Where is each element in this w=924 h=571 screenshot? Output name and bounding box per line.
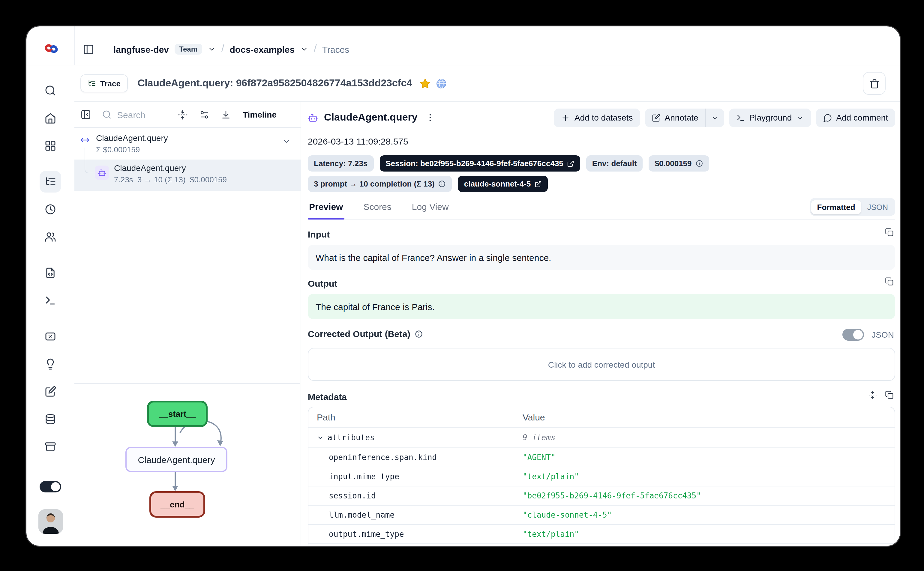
trace-header-bar: Trace ClaudeAgent.query: 96f872a95825048…: [74, 65, 900, 102]
metadata-col-value: Value: [522, 412, 895, 422]
sidebar-item-sessions[interactable]: [40, 199, 61, 220]
metadata-row: output.mime_type "text/plain": [308, 525, 895, 544]
copy-icon: [885, 390, 894, 400]
metadata-key: attributes: [328, 433, 375, 442]
metadata-table-header: Path Value: [308, 407, 895, 427]
sidebar-item-evaluators[interactable]: [40, 326, 61, 347]
sidebar-item-prompts[interactable]: [40, 262, 61, 284]
app-window: langfuse-dev Team / docs-examples / Trac…: [26, 26, 900, 546]
metadata-value: "AGENT": [522, 453, 895, 462]
detail-title-row: ClaudeAgent.query Add to datasets Annota…: [308, 108, 895, 127]
chevron-down-icon[interactable]: [208, 45, 216, 53]
collapse-panel-icon[interactable]: [80, 109, 91, 120]
breadcrumb-org[interactable]: langfuse-dev: [113, 44, 169, 54]
download-icon[interactable]: [221, 110, 231, 120]
tab-preview[interactable]: Preview: [308, 202, 344, 219]
corrected-output-controls: JSON: [842, 329, 894, 341]
sidebar-item-home[interactable]: [40, 107, 61, 129]
add-to-datasets-label: Add to datasets: [575, 113, 633, 122]
metadata-section-label: Metadata: [308, 392, 347, 402]
settings-sliders-icon[interactable]: [199, 110, 210, 120]
trace-type-badge: Trace: [80, 74, 128, 93]
left-sidebar: [26, 65, 74, 546]
chevron-down-icon: [317, 434, 324, 441]
tab-log-view[interactable]: Log View: [411, 202, 450, 219]
corrected-output-placeholder[interactable]: Click to add corrected output: [308, 348, 895, 381]
add-comment-button[interactable]: Add comment: [816, 108, 895, 127]
toggle-knob: [853, 330, 862, 340]
delete-trace-button[interactable]: [863, 72, 885, 95]
tab-scores[interactable]: Scores: [362, 202, 392, 219]
badges-row-1: Latency: 7.23s Session: be02f955-b269-41…: [308, 155, 709, 171]
format-formatted-option[interactable]: Formatted: [811, 200, 861, 214]
graph-node-end[interactable]: __end__: [149, 491, 205, 518]
breadcrumb: langfuse-dev Team / docs-examples / Trac…: [83, 43, 349, 55]
terminal-icon: [736, 113, 745, 122]
annotate-dropdown-button[interactable]: [706, 108, 724, 127]
info-icon: [438, 180, 446, 188]
timeline-toggle-label[interactable]: Timeline: [243, 110, 277, 119]
sidebar-item-playground[interactable]: [40, 290, 61, 311]
corrected-json-toggle[interactable]: [842, 329, 864, 341]
model-badge[interactable]: claude-sonnet-4-5: [458, 176, 548, 192]
format-json-option[interactable]: JSON: [861, 200, 894, 214]
plus-icon: [561, 113, 570, 122]
sidebar-item-models[interactable]: [40, 436, 61, 458]
database-icon: [45, 413, 56, 425]
breadcrumb-project[interactable]: docs-examples: [230, 44, 295, 54]
metadata-row-group[interactable]: attributes 9 items: [308, 427, 895, 448]
fold-vertical-icon[interactable]: [178, 110, 188, 120]
file-code-icon: [45, 267, 56, 279]
layout-grid-icon: [45, 140, 56, 152]
sidebar-item-datasets[interactable]: [40, 409, 61, 430]
tree-child-row[interactable]: ClaudeAgent.query: [114, 163, 186, 173]
copy-icon: [885, 277, 894, 286]
user-avatar[interactable]: [38, 509, 63, 534]
chevron-down-icon: [711, 114, 719, 122]
more-menu-button[interactable]: [423, 111, 437, 124]
metadata-key: output.mime_type: [308, 529, 522, 539]
metadata-row: input.mime_type "text/plain": [308, 467, 895, 486]
sidebar-item-dashboards[interactable]: [40, 135, 61, 157]
sidebar-item-search[interactable]: [40, 80, 61, 101]
annotate-label: Annotate: [664, 113, 698, 122]
trace-span-icon: [80, 136, 90, 145]
breadcrumb-section[interactable]: Traces: [322, 44, 349, 54]
graph-node-start[interactable]: __start__: [147, 401, 208, 427]
fold-vertical-icon: [868, 390, 877, 400]
graph-node-agent[interactable]: ClaudeAgent.query: [125, 447, 227, 472]
sidebar-item-annotation[interactable]: [40, 381, 61, 403]
sidebar-item-tracing[interactable]: [40, 171, 61, 193]
search-icon: [45, 85, 56, 97]
copy-input-button[interactable]: [885, 228, 894, 237]
trace-timestamp: 2026-03-13 11:09:28.575: [308, 136, 408, 147]
sidebar-item-insights[interactable]: [40, 353, 61, 375]
trace-tree-panel: Search Timeline ClaudeAgent.query Σ $0.0…: [74, 102, 301, 546]
chevron-down-icon[interactable]: [300, 45, 308, 53]
sidebar-toggle-icon[interactable]: [83, 43, 94, 55]
playground-button[interactable]: Playground: [729, 108, 811, 127]
metadata-copy-button[interactable]: [885, 390, 894, 400]
metadata-collapse-button[interactable]: [868, 390, 877, 400]
metadata-value: "be02f955-b269-4146-9fef-5fae676cc435": [522, 491, 895, 500]
info-icon: [415, 330, 423, 338]
chevron-down-icon[interactable]: [282, 137, 291, 146]
public-globe-icon[interactable]: [436, 78, 447, 89]
copy-output-button[interactable]: [885, 277, 894, 286]
tree-search[interactable]: Search: [102, 110, 145, 120]
sidebar-item-users[interactable]: [40, 226, 61, 248]
rail-divider: [74, 26, 75, 65]
bookmark-star-icon[interactable]: [419, 78, 431, 89]
metadata-value: "text/plain": [522, 529, 895, 539]
metadata-group-count: 9 items: [522, 433, 895, 442]
session-badge[interactable]: Session: be02f955-b269-4146-9fef-5fae676…: [380, 155, 580, 171]
annotate-button[interactable]: Annotate: [645, 108, 705, 127]
terminal-icon: [45, 295, 56, 307]
theme-toggle[interactable]: [40, 481, 61, 492]
trash-icon: [869, 78, 879, 88]
tree-root-row[interactable]: ClaudeAgent.query: [96, 133, 168, 143]
add-to-datasets-button[interactable]: Add to datasets: [554, 108, 640, 127]
metadata-key: session.id: [308, 491, 522, 500]
detail-tabs: Preview Scores Log View Formatted JSON: [308, 195, 895, 219]
format-toggle: Formatted JSON: [810, 198, 895, 216]
